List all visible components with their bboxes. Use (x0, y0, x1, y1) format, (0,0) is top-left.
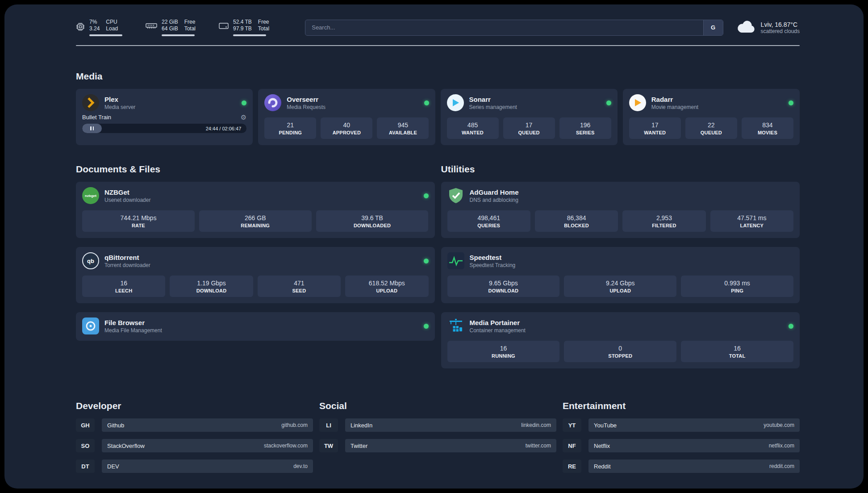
section-title-entertainment: Entertainment (563, 401, 800, 411)
nzbget-card[interactable]: nzbget NZBGet Usenet downloader 744.21 M… (76, 182, 435, 238)
status-dot (424, 193, 429, 198)
bookmark-netflix[interactable]: NF Netflix netflix.com (563, 439, 800, 452)
service-title: Speedtest (470, 254, 516, 261)
bookmark-url: dev.to (293, 463, 308, 469)
service-title: Plex (104, 96, 135, 103)
bookmark-url: youtube.com (764, 422, 794, 428)
stat-label: LEECH (115, 288, 132, 293)
topbar-divider (76, 45, 800, 46)
bookmark-url: twitter.com (526, 443, 551, 449)
stat-label: LATENCY (740, 223, 764, 228)
cpu-label-2: Load (106, 25, 118, 32)
cpu-icon (76, 22, 85, 31)
stat-label: PENDING (279, 130, 302, 135)
entertainment-column: Entertainment YT YouTube youtube.com NF … (563, 401, 800, 480)
cpu-usage-bar (89, 34, 122, 36)
weather-location: Lviv, 16.87°C (761, 21, 800, 28)
stat-box: 17 QUEUED (503, 117, 555, 139)
speedtest-card[interactable]: Speedtest Speedtest Tracking 9.65 Gbps D… (441, 247, 800, 303)
stat-box: 40 APPROVED (321, 117, 372, 139)
bookmark-github[interactable]: GH Github github.com (76, 418, 313, 432)
utilities-column: Utilities AdGuard Home DNS and adblockin… (441, 164, 800, 377)
stat-value: 0 (618, 345, 622, 352)
bookmark-abbr: TW (319, 439, 338, 452)
filebrowser-card[interactable]: File Browser Media File Management (76, 312, 435, 341)
bookmark-name: Reddit (594, 463, 611, 470)
cpu-widget: 7% 3.24 CPU Load (76, 19, 122, 36)
plex-card[interactable]: Plex Media server Bullet Train ⚙ 24:44 /… (76, 89, 253, 145)
disk-total-value: 97.9 TB (233, 25, 252, 32)
plex-progress-fill[interactable] (82, 124, 102, 133)
stat-box: 2,953 FILTERED (622, 210, 705, 232)
bookmark-dev[interactable]: DT DEV dev.to (76, 460, 313, 473)
service-subtitle: Media File Management (104, 327, 162, 334)
top-bar: 7% 3.24 CPU Load 22 GiB (76, 19, 800, 36)
overseerr-card[interactable]: Overseerr Media Requests 21 PENDING 40 A… (258, 89, 435, 145)
bookmark-abbr: SO (76, 439, 95, 452)
service-subtitle: Torrent downloader (104, 262, 150, 268)
bookmark-name: Twitter (351, 443, 367, 449)
weather-widget: Lviv, 16.87°C scattered clouds (736, 20, 800, 35)
stat-value: 485 (467, 121, 478, 129)
disk-label-2: Total (258, 25, 269, 32)
service-subtitle: Speedtest Tracking (470, 262, 516, 268)
stat-value: 16 (500, 345, 507, 352)
stat-box: 47.571 ms LATENCY (710, 210, 793, 232)
status-dot (789, 100, 793, 105)
ram-widget: 22 GiB 64 GiB Free Total (146, 19, 196, 36)
stat-value: 16 (120, 280, 127, 287)
bookmark-reddit[interactable]: RE Reddit reddit.com (563, 460, 800, 473)
search-engine-button[interactable]: G (703, 20, 723, 35)
adguard-card[interactable]: AdGuard Home DNS and adblocking 498,461 … (441, 182, 800, 238)
radarr-card[interactable]: Radarr Movie management 17 WANTED 22 QUE… (623, 89, 800, 145)
plex-progress-track[interactable]: 24:44 / 02:06:47 (82, 124, 246, 133)
gear-icon[interactable]: ⚙ (241, 114, 246, 121)
bookmark-name: Github (107, 422, 124, 429)
service-subtitle: DNS and adblocking (470, 197, 519, 203)
stat-box: 0 STOPPED (564, 341, 676, 362)
stat-value: 21 (287, 121, 294, 129)
stat-box: 618.52 Mbps UPLOAD (345, 276, 428, 297)
service-title: Radarr (651, 96, 698, 103)
stat-label: TOTAL (729, 353, 746, 359)
stat-value: 86,384 (567, 214, 586, 221)
qbittorrent-card[interactable]: qb qBittorrent Torrent downloader 16 LEE… (76, 247, 435, 303)
stat-label: SERIES (576, 130, 595, 135)
portainer-card[interactable]: Media Portainer Container management 16 … (441, 312, 800, 368)
service-subtitle: Media server (104, 104, 135, 110)
stat-value: 1.19 Gbps (197, 280, 226, 287)
search-input[interactable] (305, 20, 703, 35)
service-title: qBittorrent (104, 254, 150, 261)
stat-label: QUEUED (518, 130, 539, 135)
stat-label: PING (731, 288, 743, 293)
bookmark-stackoverflow[interactable]: SO StackOverflow stackoverflow.com (76, 439, 313, 452)
stat-label: WANTED (644, 130, 666, 135)
service-title: Media Portainer (470, 319, 526, 326)
disk-free-value: 52.4 TB (233, 19, 252, 25)
ram-usage-bar (162, 34, 195, 36)
bookmark-twitter[interactable]: TW Twitter twitter.com (319, 439, 556, 452)
disk-widget: 52.4 TB 97.9 TB Free Total (219, 19, 269, 36)
stat-box: 1.19 Gbps DOWNLOAD (170, 276, 253, 297)
stat-box: 0.993 ms PING (681, 276, 793, 297)
bookmark-linkedin[interactable]: LI LinkedIn linkedin.com (319, 418, 556, 432)
sonarr-card[interactable]: Sonarr Series management 485 WANTED 17 Q… (441, 89, 618, 145)
ram-free-value: 22 GiB (162, 19, 178, 25)
stat-value: 17 (651, 121, 659, 129)
stat-box: 744.21 Mbps RATE (82, 210, 195, 232)
sonarr-icon (447, 94, 464, 111)
stat-box: 485 WANTED (447, 117, 499, 139)
ram-label-1: Free (184, 19, 196, 25)
stat-label: REMAINING (241, 223, 270, 228)
stat-box: 498,461 QUERIES (447, 210, 530, 232)
plex-icon (82, 94, 99, 111)
bookmark-name: DEV (107, 463, 119, 470)
service-title: File Browser (104, 319, 162, 326)
section-title-media: Media (76, 71, 800, 82)
stat-label: BLOCKED (564, 223, 589, 228)
service-title: Sonarr (469, 96, 517, 103)
stat-box: 17 WANTED (629, 117, 681, 139)
stat-value: 471 (294, 280, 304, 287)
stat-label: DOWNLOAD (196, 288, 227, 293)
bookmark-youtube[interactable]: YT YouTube youtube.com (563, 418, 800, 432)
